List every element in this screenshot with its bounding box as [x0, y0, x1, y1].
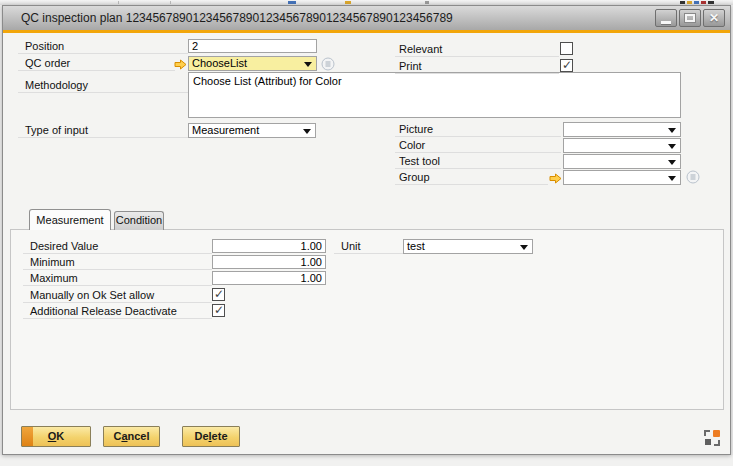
- dropdown-arrow-icon: [520, 245, 528, 250]
- picture-label: Picture: [395, 122, 561, 137]
- toolbar-icon-fragment: [118, 1, 119, 4]
- picture-dropdown[interactable]: [563, 122, 681, 137]
- minimize-icon: [661, 21, 671, 24]
- maximize-icon: [685, 14, 695, 22]
- toolbar-icon-fragment: [701, 1, 706, 4]
- position-input[interactable]: 2: [188, 39, 317, 53]
- color-dropdown[interactable]: [563, 138, 681, 153]
- group-dropdown[interactable]: [563, 170, 681, 185]
- toolbar-icon-fragment: [708, 1, 714, 4]
- default-button-indicator: [22, 427, 33, 446]
- tab-condition[interactable]: Condition: [114, 211, 164, 230]
- link-arrow-icon[interactable]: [549, 173, 562, 184]
- toolbar-icon-fragment: [687, 1, 692, 4]
- qc-order-label: QC order: [18, 56, 175, 71]
- manually-ok-label: Manually on Ok Set allow: [23, 288, 212, 303]
- desktop-background: QC inspection plan 123456789012345678901…: [0, 0, 733, 466]
- toolbar-icon-fragment: [170, 1, 171, 4]
- link-arrow-icon[interactable]: [174, 59, 187, 70]
- dropdown-arrow-icon: [668, 144, 676, 149]
- group-label: Group: [395, 170, 548, 185]
- methodology-textarea[interactable]: Choose List (Attribut) for Color: [188, 72, 681, 118]
- qc-order-dropdown[interactable]: ChooseList: [188, 56, 317, 71]
- dialog-client-area: Position 2 QC order ChooseList Methodolo…: [3, 33, 730, 454]
- unit-label: Unit: [334, 239, 403, 254]
- qc-inspection-plan-dialog: QC inspection plan 123456789012345678901…: [2, 5, 731, 455]
- additional-release-label: Additional Release Deactivate: [23, 304, 212, 319]
- additional-release-checkbox[interactable]: [212, 304, 225, 317]
- dropdown-arrow-icon: [303, 129, 311, 134]
- toolbar-icon-fragment: [694, 1, 699, 4]
- combo-edit-icon[interactable]: [321, 57, 335, 71]
- cancel-button[interactable]: Cancel: [103, 426, 160, 447]
- toolbar-icon-fragment: [425, 1, 429, 4]
- dropdown-arrow-icon: [304, 62, 312, 67]
- desired-value-input[interactable]: 1.00: [212, 239, 326, 253]
- color-label: Color: [395, 138, 561, 153]
- dropdown-arrow-icon: [668, 176, 676, 181]
- test-tool-dropdown[interactable]: [563, 154, 681, 169]
- maximize-button[interactable]: [679, 9, 701, 27]
- manually-ok-checkbox[interactable]: [212, 288, 225, 301]
- test-tool-label: Test tool: [395, 154, 561, 169]
- window-title: QC inspection plan 123456789012345678901…: [3, 11, 453, 25]
- maximum-input[interactable]: 1.00: [212, 271, 326, 285]
- type-of-input-dropdown[interactable]: Measurement: [188, 123, 316, 138]
- relevant-label: Relevant: [395, 42, 559, 57]
- print-checkbox[interactable]: [560, 59, 573, 72]
- background-app-bottom: [0, 455, 733, 466]
- minimum-input[interactable]: 1.00: [212, 255, 326, 269]
- toolbar-icon-fragment: [288, 1, 296, 4]
- dropdown-arrow-icon: [668, 160, 676, 165]
- print-label: Print: [395, 59, 559, 74]
- toolbar-icon-fragment: [345, 1, 351, 4]
- window-controls: ✕: [655, 9, 725, 27]
- toolbar-icon-fragment: [680, 1, 685, 4]
- close-icon: ✕: [709, 12, 719, 24]
- unit-dropdown[interactable]: test: [403, 239, 533, 254]
- close-button[interactable]: ✕: [703, 9, 725, 27]
- relevant-checkbox[interactable]: [560, 42, 573, 55]
- delete-button[interactable]: Delete: [182, 426, 240, 447]
- titlebar[interactable]: QC inspection plan 123456789012345678901…: [3, 6, 730, 30]
- maximum-label: Maximum: [23, 271, 212, 286]
- ok-button[interactable]: OK: [21, 426, 91, 447]
- combo-edit-icon[interactable]: [686, 170, 700, 184]
- desired-value-label: Desired Value: [23, 239, 212, 254]
- type-of-input-label: Type of input: [18, 123, 188, 138]
- minimize-button[interactable]: [655, 9, 677, 27]
- position-label: Position: [18, 39, 188, 54]
- dropdown-arrow-icon: [668, 128, 676, 133]
- form-resize-icon[interactable]: [703, 429, 721, 447]
- methodology-label: Methodology: [18, 78, 188, 93]
- tab-measurement[interactable]: Measurement: [29, 209, 111, 230]
- minimum-label: Minimum: [23, 255, 212, 270]
